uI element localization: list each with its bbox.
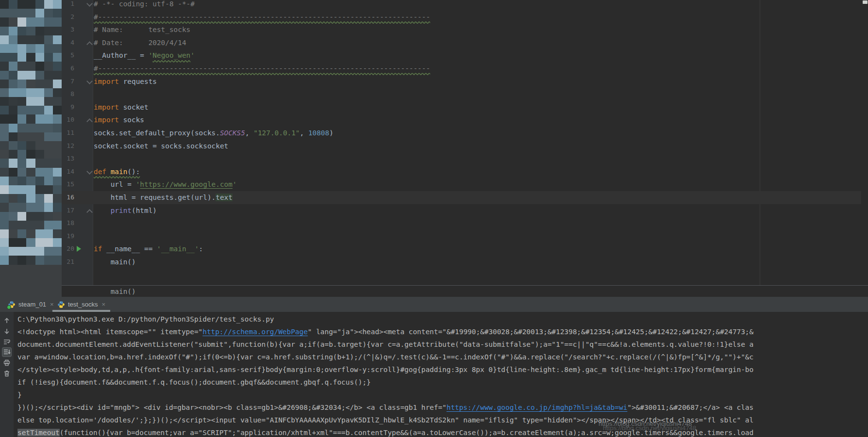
line-number: 14 — [62, 165, 74, 178]
editor-line-21[interactable]: 21 main() — [62, 256, 861, 269]
clear-all-icon[interactable] — [2, 369, 11, 378]
up-stack-trace-icon[interactable] — [2, 316, 11, 325]
console-line-6[interactable]: if (!iesg){document.f&&document.f.q.focu… — [17, 376, 868, 388]
editor-line-1[interactable]: 1# -*- coding: utf-8 -*-# — [62, 0, 861, 11]
editor-line-6[interactable]: 6#--------------------------------------… — [62, 62, 861, 75]
code-editor[interactable]: 1# -*- coding: utf-8 -*-#2#-------------… — [62, 0, 868, 285]
console-text: else top.location='/doodles/';};})();</s… — [17, 416, 753, 424]
line-number: 18 — [62, 217, 74, 230]
editor-line-13[interactable]: 13 — [62, 152, 861, 165]
console-line-9[interactable]: else top.location='/doodles/';};})();</s… — [17, 414, 868, 426]
console-link[interactable]: https://www.google.co.jp/imghp?hl=ja&tab… — [447, 404, 628, 411]
code-text: html = requests.get(url).text — [94, 191, 861, 204]
line-number: 2 — [62, 11, 74, 24]
fold-start-icon[interactable] — [86, 78, 93, 84]
console-toolbar — [0, 312, 14, 437]
console-text: document.documentElement.addEventListene… — [17, 340, 753, 348]
console-text: if (!iesg){document.f&&document.f.q.focu… — [17, 378, 371, 386]
console-line-7[interactable]: } — [17, 388, 868, 401]
editor-line-18[interactable]: 18 — [62, 217, 861, 230]
editor-line-19[interactable]: 19 — [62, 230, 861, 243]
console-text: } — [17, 391, 22, 399]
console-line-4[interactable]: var a=window.location,b=a.href.indexOf("… — [17, 351, 868, 363]
code-text: def main(): — [94, 165, 861, 178]
context-label: main() — [94, 287, 136, 296]
editor-line-20[interactable]: 20if __name__ == '__main__': — [62, 243, 861, 256]
fold-start-icon[interactable] — [86, 0, 93, 7]
close-icon[interactable]: × — [101, 301, 105, 308]
editor-line-9[interactable]: 9import socket — [62, 101, 861, 114]
code-text: socks.set_default_proxy(socks.SOCKS5, "1… — [94, 127, 861, 140]
console-line-2[interactable]: <!doctype html><html itemscope="" itemty… — [17, 325, 868, 338]
console-line-5[interactable]: </style><style>body,td,a,p,.h{font-famil… — [17, 363, 868, 376]
console-text: (function(){var b=document;var a="SCRIPT… — [60, 429, 754, 437]
fold-end-icon[interactable] — [86, 118, 93, 125]
editor-line-11[interactable]: 11socks.set_default_proxy(socks.SOCKS5, … — [62, 127, 861, 140]
editor-line-10[interactable]: 10import socks — [62, 113, 861, 127]
line-number: 13 — [62, 152, 74, 165]
line-number: 1 — [62, 0, 74, 11]
sticky-context-bar: main() — [62, 285, 868, 297]
console-line-3[interactable]: document.documentElement.addEventListene… — [17, 338, 868, 351]
editor-line-5[interactable]: 5__Author__ = 'Negoo_wen' — [62, 49, 861, 62]
fold-start-icon[interactable] — [86, 168, 93, 175]
run-tab-test_socks[interactable]: test_socks × — [52, 297, 110, 312]
line-number: 20 — [62, 243, 74, 256]
console-line-10[interactable]: setTimeout(function(){var b=document;var… — [17, 426, 868, 437]
editor-line-14[interactable]: 14def main(): — [62, 165, 861, 178]
line-number: 4 — [62, 36, 74, 49]
running-indicator-dot — [7, 305, 11, 309]
down-stack-trace-icon[interactable] — [2, 327, 11, 336]
line-number: 6 — [62, 62, 74, 75]
code-text: url = 'https://www.google.com' — [94, 178, 861, 191]
soft-wrap-icon[interactable] — [2, 338, 11, 346]
console-line-1[interactable]: C:\Python38\python3.exe D:/python/Python… — [17, 313, 868, 325]
code-text: #---------------------------------------… — [94, 62, 861, 75]
code-text: #---------------------------------------… — [94, 11, 861, 24]
line-number: 7 — [62, 75, 74, 88]
line-number: 9 — [62, 101, 74, 114]
inspection-indicator[interactable] — [863, 0, 868, 4]
code-text: import requests — [94, 75, 861, 88]
editor-line-17[interactable]: 17 print(html) — [62, 204, 861, 217]
console-output[interactable]: C:\Python38\python3.exe D:/python/Python… — [17, 313, 868, 437]
line-number: 16 — [62, 191, 74, 204]
editor-line-12[interactable]: 12socket.socket = socks.socksocket — [62, 140, 861, 153]
run-tab-steam_01[interactable]: steam_01 × — [3, 297, 59, 312]
editor-line-7[interactable]: 7import requests — [62, 75, 861, 88]
editor-line-4[interactable]: 4# Date: 2020/4/14 — [62, 36, 861, 49]
scroll-to-end-icon[interactable] — [2, 348, 11, 356]
console-link[interactable]: http://schema.org/WebPage — [202, 328, 308, 336]
console-text: setTimeout — [17, 429, 60, 437]
console-text: C:\Python38\python3.exe D:/python/Python… — [17, 315, 274, 323]
line-number: 21 — [62, 256, 74, 269]
code-text: # Date: 2020/4/14 — [94, 36, 861, 49]
line-number: 8 — [62, 88, 74, 101]
line-number: 17 — [62, 204, 74, 217]
run-console[interactable]: C:\Python38\python3.exe D:/python/Python… — [0, 312, 868, 437]
error-stripe[interactable] — [862, 0, 868, 285]
console-text: " lang="ja"><head><meta content="&#19990… — [308, 328, 753, 336]
console-line-8[interactable]: })();</script><div id="mngb"> <div id=gb… — [17, 401, 868, 414]
editor-lines[interactable]: 1# -*- coding: utf-8 -*-#2#-------------… — [62, 0, 861, 268]
project-panel[interactable] — [0, 0, 62, 297]
editor-line-2[interactable]: 2#--------------------------------------… — [62, 11, 861, 24]
console-text: <!doctype html><html itemscope="" itemty… — [17, 328, 202, 336]
line-number: 12 — [62, 140, 74, 153]
code-text: # -*- coding: utf-8 -*-# — [94, 0, 861, 11]
editor-line-3[interactable]: 3# Name: test_socks — [62, 23, 861, 36]
console-text: })();</script><div id="mngb"> <div id=gb… — [17, 404, 447, 411]
editor-line-15[interactable]: 15 url = 'https://www.google.com' — [62, 178, 861, 191]
print-icon[interactable] — [2, 358, 11, 367]
code-text: import socket — [94, 101, 861, 114]
line-number: 19 — [62, 230, 74, 243]
fold-end-icon[interactable] — [86, 41, 93, 48]
console-text: </style><style>body,td,a,p,.h{font-famil… — [17, 366, 753, 373]
tab-label: steam_01 — [18, 301, 46, 308]
editor-line-8[interactable]: 8 — [62, 88, 861, 101]
code-text: if __name__ == '__main__': — [94, 243, 861, 256]
editor-line-16[interactable]: 16 html = requests.get(url).text — [62, 191, 861, 204]
tab-label: test_socks — [68, 301, 98, 308]
fold-end-icon[interactable] — [86, 209, 93, 215]
run-line-icon[interactable] — [77, 246, 81, 252]
